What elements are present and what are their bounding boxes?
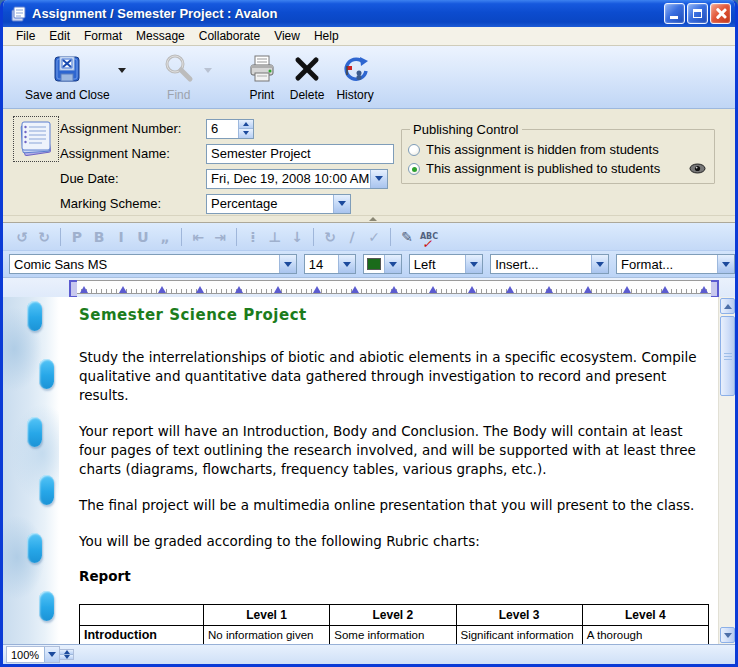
scroll-up-button[interactable]: [720, 298, 735, 314]
font-size-dropdown-icon[interactable]: [338, 255, 355, 273]
scrollbar-thumb[interactable]: [720, 316, 735, 396]
ruler-row: [3, 278, 735, 297]
bullet-list-icon[interactable]: ⇥: [209, 229, 231, 245]
assignment-number-label: Assignment Number:: [60, 121, 206, 136]
maximize-button[interactable]: [687, 3, 708, 24]
title-bar[interactable]: Assignment / Semester Project : Avalon: [3, 0, 735, 27]
save-and-close-label: Save and Close: [25, 88, 110, 102]
tab-stop-marker-icon[interactable]: [119, 286, 127, 293]
zoom-stepper[interactable]: [60, 649, 74, 660]
marking-scheme-dropdown[interactable]: Percentage: [206, 194, 351, 214]
tab-stop-marker-icon[interactable]: [506, 286, 514, 293]
assignment-name-field[interactable]: Semester Project: [206, 144, 394, 164]
find-button[interactable]: Find: [156, 50, 202, 103]
menu-item-view[interactable]: View: [267, 28, 307, 44]
minimize-button[interactable]: [664, 3, 685, 24]
insert-down-icon[interactable]: ↓: [286, 229, 308, 245]
red-check-icon: ✓: [422, 240, 432, 248]
quote-icon[interactable]: „: [154, 229, 176, 245]
radio-option-published[interactable]: This assignment is published to students: [408, 159, 708, 178]
vertical-scrollbar[interactable]: [718, 297, 735, 644]
eye-icon: [689, 160, 706, 178]
marking-scheme-dropdown-icon[interactable]: [333, 195, 350, 213]
font-family-dropdown[interactable]: Comic Sans MS: [9, 254, 297, 274]
tab-stop-marker-icon[interactable]: [700, 286, 708, 293]
insert-dots-icon[interactable]: ⁞: [242, 229, 264, 245]
alignment-dropdown[interactable]: Left: [409, 254, 483, 274]
numbered-list-icon[interactable]: ⇤: [187, 229, 209, 245]
signature-icon[interactable]: ✎: [396, 229, 418, 245]
menu-item-format[interactable]: Format: [77, 28, 129, 44]
window-title: Assignment / Semester Project : Avalon: [32, 6, 664, 21]
menu-item-message[interactable]: Message: [129, 28, 192, 44]
tab-stop-marker-icon[interactable]: [351, 286, 359, 293]
radio-option-hidden[interactable]: This assignment is hidden from students: [408, 140, 708, 159]
tab-stop-marker-icon[interactable]: [623, 286, 631, 293]
radio-hidden-icon[interactable]: [408, 144, 420, 156]
insert-value: Insert...: [491, 255, 591, 273]
zoom-dropdown[interactable]: 100%: [6, 646, 60, 663]
tab-stop-marker-icon[interactable]: [235, 286, 243, 293]
radio-published-icon[interactable]: [408, 163, 420, 175]
due-date-dropdown[interactable]: Fri, Dec 19, 2008 10:00 AM: [206, 169, 388, 189]
scroll-down-button[interactable]: [720, 627, 735, 643]
tab-stop-marker-icon[interactable]: [158, 286, 166, 293]
spin-up-icon[interactable]: [239, 120, 253, 129]
ruler[interactable]: [75, 280, 713, 294]
delete-button[interactable]: Delete: [284, 50, 331, 103]
text-color-dropdown-icon[interactable]: [384, 255, 401, 273]
due-date-dropdown-icon[interactable]: [370, 170, 387, 188]
status-bar: 100%: [3, 644, 735, 664]
tab-stop-marker-icon[interactable]: [545, 286, 553, 293]
spin-down-icon[interactable]: [239, 128, 253, 138]
insert-dropdown-icon[interactable]: [591, 255, 608, 273]
rubric-table[interactable]: Level 1Level 2Level 3Level 4Introduction…: [79, 604, 709, 644]
tab-stop-marker-icon[interactable]: [274, 286, 282, 293]
menu-item-file[interactable]: File: [9, 28, 42, 44]
tab-stop-marker-icon[interactable]: [584, 286, 592, 293]
underline-icon[interactable]: U: [132, 229, 154, 245]
insert-anchor-icon[interactable]: ⊥: [264, 229, 286, 245]
tab-stop-marker-icon[interactable]: [429, 286, 437, 293]
accept-icon[interactable]: ✓: [363, 229, 385, 245]
paragraph-icon[interactable]: P: [66, 229, 88, 245]
tab-stop-marker-icon[interactable]: [196, 286, 204, 293]
format-dropdown[interactable]: Format...: [616, 254, 735, 274]
save-and-close-button[interactable]: Save and Close: [19, 50, 116, 103]
undo-icon[interactable]: ↺: [11, 229, 33, 245]
text-color-dropdown[interactable]: [363, 254, 402, 274]
history-button[interactable]: History: [330, 50, 379, 103]
zoom-down-icon[interactable]: [60, 654, 73, 659]
tab-stop-marker-icon[interactable]: [390, 286, 398, 293]
print-button[interactable]: Print: [240, 50, 284, 103]
alignment-dropdown-icon[interactable]: [465, 255, 482, 273]
find-dropdown-caret-icon[interactable]: [204, 68, 212, 73]
tab-stop-marker-icon[interactable]: [661, 286, 669, 293]
tab-stop-marker-icon[interactable]: [468, 286, 476, 293]
close-icon: [715, 8, 726, 19]
assignment-name-value: Semester Project: [211, 146, 311, 161]
menu-item-help[interactable]: Help: [307, 28, 346, 44]
menu-item-edit[interactable]: Edit: [42, 28, 77, 44]
refresh-icon[interactable]: ↻: [319, 229, 341, 245]
format-dropdown-icon[interactable]: [717, 255, 734, 273]
italic-icon[interactable]: I: [110, 229, 132, 245]
redo-icon[interactable]: ↻: [33, 229, 55, 245]
bold-icon[interactable]: B: [88, 229, 110, 245]
spellcheck-icon[interactable]: ABC✓: [418, 233, 440, 241]
toolbar-separator: [313, 228, 314, 246]
pencil-icon[interactable]: ∕: [341, 229, 363, 245]
insert-dropdown[interactable]: Insert...: [490, 254, 609, 274]
tab-stop-marker-icon[interactable]: [313, 286, 321, 293]
toolbar-separator: [390, 228, 391, 246]
tab-stop-marker-icon[interactable]: [80, 286, 88, 293]
document-editor[interactable]: Semester Science Project Study the inter…: [59, 297, 718, 644]
font-family-dropdown-icon[interactable]: [279, 255, 296, 273]
assignment-number-stepper[interactable]: 6: [206, 119, 254, 139]
save-dropdown-caret-icon[interactable]: [118, 68, 126, 73]
menu-item-collaborate[interactable]: Collaborate: [192, 28, 267, 44]
zoom-dropdown-icon[interactable]: [44, 647, 59, 662]
font-size-dropdown[interactable]: 14: [304, 254, 356, 274]
close-button[interactable]: [710, 3, 731, 24]
pane-splitter[interactable]: [3, 216, 735, 223]
